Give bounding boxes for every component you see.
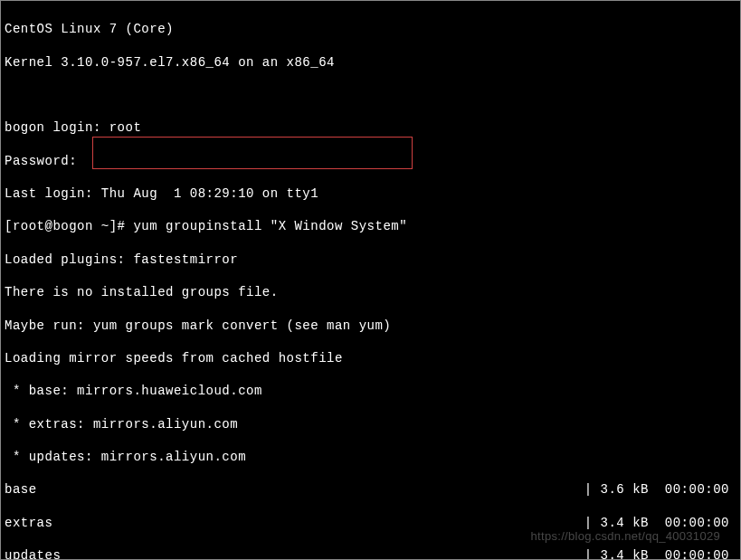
output-mirror-base: * base: mirrors.huaweicloud.com — [5, 383, 736, 399]
repo-stats: | 3.4 kB 00:00:00 — [584, 547, 736, 560]
login-prompt: bogon login: root — [5, 119, 736, 136]
repo-row: updates| 3.4 kB 00:00:00 — [5, 547, 736, 560]
command-text: yum groupinstall "X Window System" — [126, 219, 408, 233]
blank-line — [5, 87, 736, 103]
repo-stats: | 3.6 kB 00:00:00 — [584, 481, 736, 498]
os-line: CentOS Linux 7 (Core) — [5, 21, 736, 37]
watermark-text: https://blog.csdn.net/qq_40031029 — [531, 529, 720, 545]
last-login: Last login: Thu Aug 1 08:29:10 on tty1 — [5, 185, 736, 202]
output-loading-mirror: Loading mirror speeds from cached hostfi… — [5, 350, 736, 366]
output-plugins: Loaded plugins: fastestmirror — [5, 252, 736, 268]
output-maybe-run: Maybe run: yum groups mark convert (see … — [5, 318, 736, 334]
shell-prompt: [root@bogon ~]# — [5, 219, 126, 233]
password-prompt: Password: — [5, 153, 736, 169]
output-mirror-updates: * updates: mirrors.aliyun.com — [5, 449, 736, 465]
output-mirror-extras: * extras: mirrors.aliyun.com — [5, 416, 736, 432]
command-line: [root@bogon ~]# yum groupinstall "X Wind… — [5, 218, 736, 234]
output-no-groups: There is no installed groups file. — [5, 284, 736, 300]
repo-name: base — [5, 481, 584, 498]
terminal-output[interactable]: CentOS Linux 7 (Core) Kernel 3.10.0-957.… — [5, 5, 736, 560]
kernel-line: Kernel 3.10.0-957.el7.x86_64 on an x86_6… — [5, 54, 736, 71]
repo-name: extras — [5, 515, 584, 531]
repo-name: updates — [5, 547, 584, 560]
repo-row: base| 3.6 kB 00:00:00 — [5, 481, 736, 498]
